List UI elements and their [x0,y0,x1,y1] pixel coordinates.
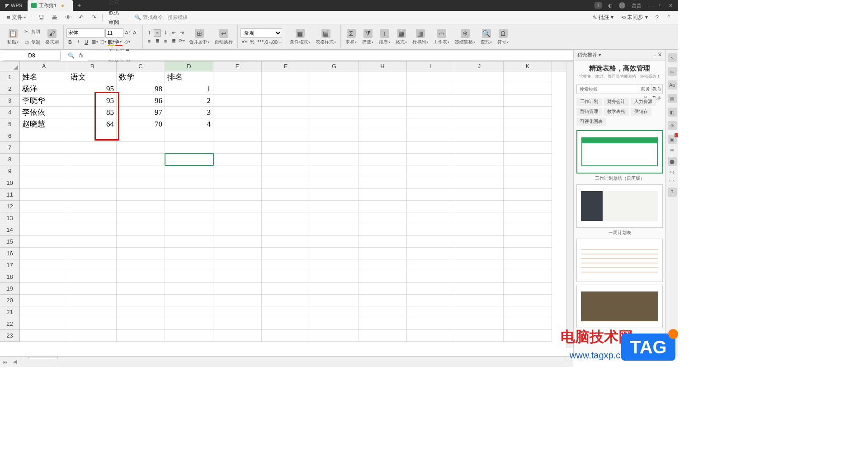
cell[interactable] [68,201,117,212]
underline-button[interactable]: U [83,38,90,46]
cell[interactable] [165,306,213,318]
cell[interactable] [117,248,165,259]
filter-button[interactable]: ⧩筛选 [360,28,375,46]
cell[interactable] [117,330,165,342]
cell[interactable] [262,118,310,130]
cell[interactable] [359,130,407,142]
cell[interactable] [407,259,455,271]
cell[interactable] [504,259,552,271]
cell[interactable]: 语文 [68,71,117,83]
cell[interactable] [310,259,359,271]
cell[interactable] [20,201,68,212]
horizontal-scrollbar[interactable] [20,359,566,367]
cell[interactable] [262,177,310,189]
cell[interactable] [310,201,359,212]
cell[interactable] [310,236,359,248]
cell[interactable] [262,189,310,201]
cell[interactable] [407,130,455,142]
command-search[interactable]: 🔍 查找命令、搜索模板 [135,14,188,21]
cell[interactable] [262,330,310,342]
cell[interactable] [117,212,165,224]
cell[interactable] [407,271,455,283]
cell[interactable] [117,201,165,212]
cell[interactable]: 数学 [117,71,165,83]
cell[interactable] [504,177,552,189]
cell[interactable] [213,142,262,154]
cell[interactable] [165,271,213,283]
cell[interactable] [504,165,552,177]
row-header[interactable]: 17 [0,259,20,271]
cell[interactable]: 3 [165,107,213,118]
font-name-combo[interactable] [66,28,104,38]
cell[interactable] [165,212,213,224]
align-top-button[interactable]: ⤒ [146,29,153,37]
cell[interactable] [359,224,407,236]
cell[interactable]: 4 [165,118,213,130]
cell[interactable] [262,95,310,107]
save-button[interactable]: 🖫 [35,13,47,23]
column-header[interactable]: F [262,61,310,71]
template-search-input[interactable] [577,85,640,94]
cell[interactable] [359,271,407,283]
cell[interactable] [359,189,407,201]
cell[interactable] [359,118,407,130]
cell[interactable] [310,83,359,95]
font-size-combo[interactable] [105,28,123,38]
cell[interactable] [213,318,262,330]
cell[interactable] [262,154,310,165]
row-header[interactable]: 23 [0,330,20,342]
cell[interactable] [455,130,504,142]
cell[interactable] [165,130,213,142]
template-thumb[interactable] [576,184,663,228]
cell[interactable] [20,295,68,306]
cell[interactable] [20,212,68,224]
print-button[interactable]: 🖶 [48,13,61,23]
menu-tab-公式[interactable]: 公式 [105,0,133,8]
cell[interactable]: 李晓华 [20,95,68,107]
cell[interactable] [213,295,262,306]
worksheet-button[interactable]: ▭工作表 [432,28,451,46]
panel-header[interactable]: 稻壳推荐 ▾ [577,52,601,58]
search-tab-education[interactable]: 教育教学 [651,85,662,94]
cell[interactable] [20,306,68,318]
cell[interactable] [213,248,262,259]
cell[interactable] [407,83,455,95]
cell[interactable] [213,236,262,248]
cell[interactable] [165,224,213,236]
cell[interactable] [68,236,117,248]
cell[interactable] [310,248,359,259]
select-all-corner[interactable] [0,61,20,71]
cell[interactable] [504,295,552,306]
cell[interactable] [310,165,359,177]
cell[interactable]: 64 [68,118,117,130]
cell[interactable] [310,189,359,201]
cell[interactable] [117,177,165,189]
cell[interactable] [165,248,213,259]
cell[interactable] [359,295,407,306]
collapse-ribbon-button[interactable]: ⌃ [663,13,675,23]
cell[interactable] [407,248,455,259]
print-preview-button[interactable]: 👁 [62,13,74,23]
cell[interactable] [213,224,262,236]
cell[interactable] [504,107,552,118]
cell[interactable] [455,107,504,118]
cell[interactable] [504,189,552,201]
cell[interactable]: 97 [117,107,165,118]
cell[interactable] [117,283,165,295]
align-right-button[interactable]: ≡ [162,38,169,45]
cell[interactable] [407,95,455,107]
cell[interactable] [407,224,455,236]
cell[interactable] [165,189,213,201]
user-name[interactable]: 普普 [632,2,642,9]
column-header[interactable]: J [455,61,504,71]
decrease-font-button[interactable]: A⁻ [132,29,140,37]
cell[interactable] [262,259,310,271]
cell[interactable] [359,71,407,83]
find-button[interactable]: 🔍查找 [479,28,494,46]
minimize-button[interactable]: — [648,3,653,8]
cell[interactable] [455,248,504,259]
cell[interactable] [262,212,310,224]
cell[interactable] [165,318,213,330]
cell[interactable] [455,189,504,201]
row-header[interactable]: 9 [0,165,20,177]
